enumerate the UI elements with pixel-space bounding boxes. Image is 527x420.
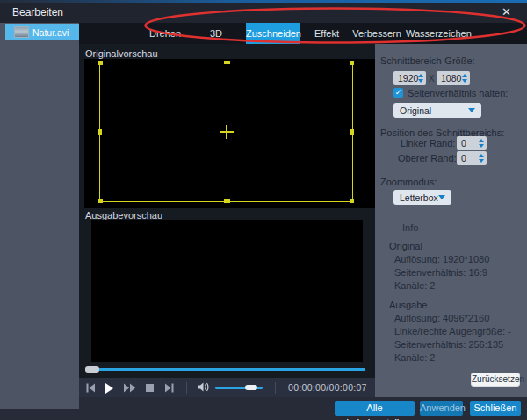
volume-handle[interactable] — [245, 385, 257, 390]
seek-track[interactable] — [85, 368, 365, 371]
crop-handle-left[interactable] — [98, 129, 102, 135]
volume-slider[interactable] — [215, 384, 263, 391]
controls-divider — [186, 382, 187, 394]
info-row: Linke/rechte Augengröße: - — [394, 326, 511, 337]
crop-handle-top-left[interactable] — [98, 61, 103, 65]
original-preview-label: Originalvorschau — [85, 48, 158, 59]
tab-wasserzeichen[interactable]: Wasserzeichen — [406, 23, 471, 44]
stepper-arrows-icon[interactable] — [418, 74, 423, 83]
dimension-separator: X — [429, 74, 435, 83]
crop-width-value: 1920 — [398, 73, 418, 83]
stop-button[interactable] — [146, 383, 155, 393]
footer-left-patch — [0, 397, 79, 409]
info-row: Seitenverhältnis: 16:9 — [394, 267, 487, 278]
video-thumbnail — [14, 26, 29, 38]
file-list-sidebar: Natur.avi — [0, 23, 79, 420]
aspect-ratio-value: Original — [400, 105, 431, 116]
zoom-mode-dropdown[interactable]: Letterbox — [393, 190, 451, 205]
crop-handle-bottom[interactable] — [224, 199, 230, 203]
info-output-header: Ausgabe — [389, 300, 427, 310]
crop-center-crosshair-v — [226, 125, 227, 139]
seek-bar[interactable] — [85, 366, 365, 373]
transport-controls: 00:00:00/00:00:07 — [79, 378, 375, 397]
zoom-mode-label: Zoommodus: — [380, 177, 437, 187]
left-margin-label: Linker Rand: — [401, 138, 455, 148]
dialog-title: Bearbeiten — [12, 6, 63, 18]
tab-bar: Drehen 3D Zuschneiden Effekt Verbessern … — [79, 23, 527, 44]
left-margin-stepper[interactable]: 0 — [457, 136, 487, 150]
close-icon[interactable]: ✕ — [502, 5, 511, 18]
tab-verbessern[interactable]: Verbessern — [350, 23, 404, 44]
chevron-down-icon — [468, 108, 475, 112]
crop-selection-rect[interactable] — [99, 62, 353, 202]
time-display: 00:00:00/00:00:07 — [288, 382, 367, 393]
title-bar: Bearbeiten ✕ — [0, 3, 527, 23]
tab-zuschneiden[interactable]: Zuschneiden — [246, 23, 300, 44]
original-preview-screen — [84, 59, 375, 208]
close-button[interactable]: Schließen — [470, 401, 521, 416]
volume-icon[interactable] — [198, 380, 209, 395]
chevron-down-icon — [438, 195, 445, 199]
play-button[interactable] — [105, 383, 113, 393]
info-row: Seitenverhältnis: 256:135 — [394, 339, 503, 350]
footer-bar: Alle wiederherstellen Anwenden Schließen — [0, 397, 527, 420]
restore-all-button[interactable]: Alle wiederherstellen — [335, 401, 415, 416]
crop-size-label: Schnittbereich-Größe: — [380, 55, 475, 66]
zoom-mode-value: Letterbox — [400, 192, 438, 203]
reset-button[interactable]: Zurücksetzen — [471, 373, 520, 387]
apply-button[interactable]: Anwenden — [420, 401, 463, 416]
info-header: Info — [397, 222, 423, 233]
skip-start-button[interactable] — [86, 383, 95, 393]
crop-handle-right[interactable] — [350, 129, 354, 135]
crop-handle-bottom-right[interactable] — [350, 199, 354, 203]
crop-height-value: 1080 — [441, 73, 461, 83]
keep-aspect-label: Seitenverhältnis halten: — [408, 88, 508, 98]
controls-divider-2 — [275, 382, 276, 394]
seek-handle[interactable] — [85, 366, 99, 373]
preview-panel: Originalvorschau Ausgabevorschau — [79, 44, 375, 397]
keep-aspect-checkbox[interactable]: ✓ — [393, 88, 403, 98]
fast-forward-button[interactable] — [124, 383, 135, 393]
top-margin-value: 0 — [461, 153, 466, 163]
info-row: Kanäle: 2 — [394, 280, 435, 291]
tab-3d[interactable]: 3D — [199, 23, 234, 44]
crop-handle-top[interactable] — [224, 61, 230, 64]
info-original-header: Original — [389, 241, 422, 251]
left-margin-value: 0 — [461, 138, 466, 148]
aspect-ratio-dropdown[interactable]: Original — [393, 103, 481, 118]
top-margin-label: Oberer Rand: — [398, 153, 457, 163]
sidebar-item-natur-avi[interactable]: Natur.avi — [5, 24, 79, 40]
info-row: Kanäle: 2 — [394, 352, 435, 363]
tab-drehen[interactable]: Drehen — [141, 23, 190, 44]
stepper-arrows-icon[interactable] — [479, 139, 484, 148]
file-name-label: Natur.avi — [32, 27, 69, 38]
info-row: Auflösung: 1920*1080 — [394, 254, 489, 264]
stepper-arrows-icon[interactable] — [462, 74, 467, 83]
crop-handle-bottom-left[interactable] — [98, 199, 103, 203]
tab-effekt[interactable]: Effekt — [309, 23, 344, 44]
stepper-arrows-icon[interactable] — [479, 154, 484, 163]
crop-handle-top-right[interactable] — [350, 61, 354, 65]
crop-settings-panel: Schnittbereich-Größe: 1920 X 1080 ✓ Seit… — [375, 44, 527, 397]
top-margin-stepper[interactable]: 0 — [457, 151, 487, 165]
output-preview-screen — [91, 220, 363, 362]
crop-height-stepper[interactable]: 1080 — [437, 71, 470, 85]
edit-dialog: Bearbeiten ✕ Natur.avi Drehen 3D Zuschne… — [0, 0, 527, 420]
skip-end-button[interactable] — [165, 383, 174, 393]
crop-width-stepper[interactable]: 1920 — [393, 71, 426, 85]
info-row: Auflösung: 4096*2160 — [394, 313, 489, 323]
